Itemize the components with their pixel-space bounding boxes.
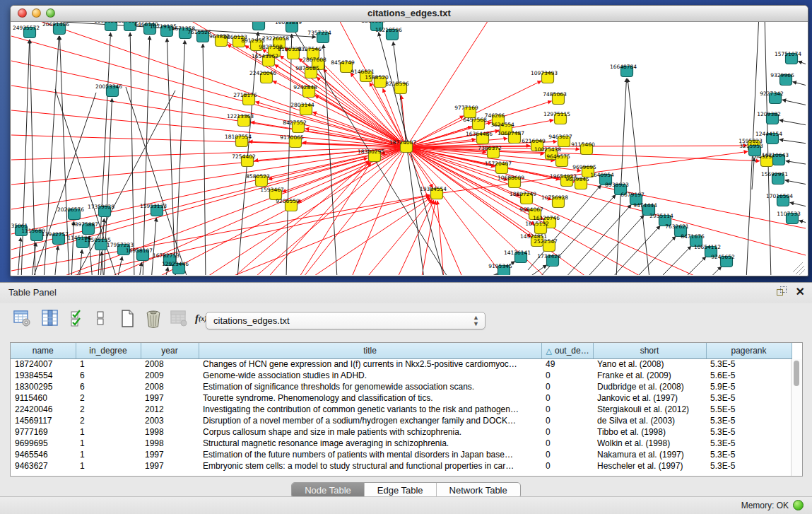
- tab-edge-table[interactable]: Edge Table: [365, 483, 437, 498]
- tab-node-table[interactable]: Node Table: [292, 483, 365, 498]
- table-row[interactable]: 977716911998Corpus callosum shape and si…: [11, 426, 792, 438]
- graph-edge[interactable]: [469, 274, 498, 275]
- graph-edge[interactable]: [752, 158, 754, 189]
- graph-edge-black[interactable]: [765, 22, 771, 275]
- column-header-title[interactable]: title: [199, 343, 541, 358]
- hide-columns-button[interactable]: [95, 309, 106, 327]
- graph-edge[interactable]: [782, 100, 806, 107]
- network-window[interactable]: citations_edges.txt 18724007796382298601…: [10, 5, 808, 276]
- graph-node-label: 7632621: [665, 223, 689, 230]
- graph-edge[interactable]: [130, 33, 134, 275]
- graph-edge[interactable]: [203, 44, 206, 275]
- graph-node-label: 9206559: [276, 198, 300, 204]
- table-column-icon: [41, 309, 59, 327]
- graph-node-label: 9699695: [572, 164, 596, 170]
- graph-node-label: 18300295: [358, 148, 384, 155]
- select-column-button[interactable]: [41, 309, 59, 327]
- graph-node-label: 15953133: [140, 203, 167, 209]
- graph-edge[interactable]: [54, 246, 58, 275]
- graph-node-label: 9684067: [519, 206, 543, 213]
- graph-node-label: 9649575: [546, 153, 570, 160]
- column-header-pagerank[interactable]: pagerank: [706, 343, 792, 358]
- graph-node-label: 9327546: [298, 46, 322, 52]
- network-view-canvas[interactable]: 1872400779638229860123891295523226058982…: [11, 22, 806, 275]
- graph-edge[interactable]: [223, 197, 430, 275]
- table-row[interactable]: 911546021997Tourette syndrome. Phenomeno…: [11, 392, 792, 404]
- close-panel-icon[interactable]: ✕: [796, 286, 805, 297]
- graph-node-label: 17016504: [766, 193, 793, 199]
- column-header-short[interactable]: short: [593, 343, 706, 358]
- network-graph[interactable]: 1872400779638229860123891295523226058982…: [11, 22, 806, 275]
- table-row[interactable]: 946362711997Embryonic stem cells: a mode…: [11, 460, 792, 472]
- table-row[interactable]: 946554611997Estimation of the future num…: [11, 449, 792, 460]
- table-row[interactable]: 1872400712008Changes of HCN gene express…: [11, 358, 792, 370]
- table-selector-dropdown[interactable]: citations_edges.txt ▲▼: [206, 312, 486, 329]
- graph-edge-red[interactable]: [11, 147, 406, 234]
- checked-boxes-icon: [69, 309, 85, 327]
- table-row[interactable]: 1456911722003Disruption of a novel membe…: [11, 415, 792, 426]
- scrollbar-thumb[interactable]: [794, 361, 799, 386]
- graph-node-label: 7386372: [478, 145, 502, 151]
- graph-edge[interactable]: [282, 147, 406, 192]
- graph-edge[interactable]: [266, 162, 370, 275]
- table-scrollbar[interactable]: [791, 359, 802, 476]
- create-table-button[interactable]: [119, 309, 136, 328]
- graph-edge[interactable]: [167, 38, 175, 275]
- network-window-titlebar[interactable]: citations_edges.txt: [11, 6, 808, 22]
- graph-edge[interactable]: [71, 221, 74, 275]
- table-options-button[interactable]: [13, 309, 31, 327]
- graph-node-label: 15218596: [375, 27, 402, 33]
- column-header-year[interactable]: year: [141, 343, 199, 358]
- graph-edge[interactable]: [785, 180, 806, 186]
- graph-node-label: 12444154: [755, 131, 782, 137]
- graph-edge[interactable]: [786, 161, 806, 165]
- graph-edge-red[interactable]: [11, 147, 406, 259]
- graph-edge[interactable]: [790, 202, 806, 209]
- trash-icon: [144, 309, 163, 329]
- graph-node-label: 10607487: [498, 130, 524, 136]
- graph-node-label: 16364486: [466, 131, 493, 137]
- graph-edge-red[interactable]: [11, 147, 406, 160]
- table-row[interactable]: 1938455462009Genome-wide association stu…: [11, 370, 792, 381]
- graph-edge[interactable]: [286, 34, 292, 275]
- graph-node-label: 16648784: [610, 64, 637, 70]
- column-header-in_degree[interactable]: in_degree: [76, 343, 141, 358]
- graph-edge[interactable]: [575, 215, 644, 275]
- graph-node-label: 2935114: [649, 213, 673, 219]
- graph-node-label: 15692971: [761, 171, 788, 177]
- status-bar: Memory: OK: [0, 496, 812, 514]
- graph-node-label: 10654112: [694, 244, 721, 250]
- graph-edge[interactable]: [613, 236, 676, 275]
- graph-edge[interactable]: [793, 82, 806, 90]
- graph-edge[interactable]: [308, 198, 431, 275]
- graph-edge[interactable]: [628, 78, 649, 275]
- graph-edge[interactable]: [151, 218, 156, 275]
- graph-edge-red[interactable]: [202, 147, 406, 275]
- delete-table-button[interactable]: [144, 309, 163, 329]
- table-row[interactable]: 2242004622012Investigating the contribut…: [11, 404, 792, 415]
- table-row[interactable]: 969969511998Structural magnetic resonanc…: [11, 438, 792, 449]
- graph-node-label: 17359928: [88, 204, 114, 210]
- graph-edge[interactable]: [798, 62, 806, 71]
- graph-node-label: 15720407: [485, 160, 512, 167]
- graph-node-label: 746266: [485, 112, 505, 119]
- graph-edge[interactable]: [779, 120, 806, 126]
- graph-edge[interactable]: [616, 78, 626, 275]
- graph-edge-red[interactable]: [252, 147, 406, 275]
- memory-status-label: Memory: OK: [741, 501, 789, 510]
- table-row[interactable]: 1830029562008Estimation of significance …: [11, 381, 792, 392]
- graph-node-label: 9777169: [454, 105, 478, 111]
- show-columns-button[interactable]: [69, 309, 85, 327]
- graph-node-label: 8938923: [605, 182, 629, 188]
- column-header-name[interactable]: name: [11, 343, 76, 358]
- float-panel-icon[interactable]: [777, 286, 787, 297]
- graph-edge-red[interactable]: [406, 147, 806, 255]
- graph-node-label: 9170065: [280, 134, 304, 141]
- column-header-out_de[interactable]: △out_de…: [541, 343, 593, 358]
- tab-network-table[interactable]: Network Table: [437, 483, 520, 498]
- graph-node-label: 12923446: [162, 261, 189, 267]
- graph-node-label: 10756928: [541, 194, 568, 201]
- graph-edge[interactable]: [670, 267, 722, 275]
- graph-edge[interactable]: [779, 139, 806, 144]
- graph-edge[interactable]: [21, 40, 30, 275]
